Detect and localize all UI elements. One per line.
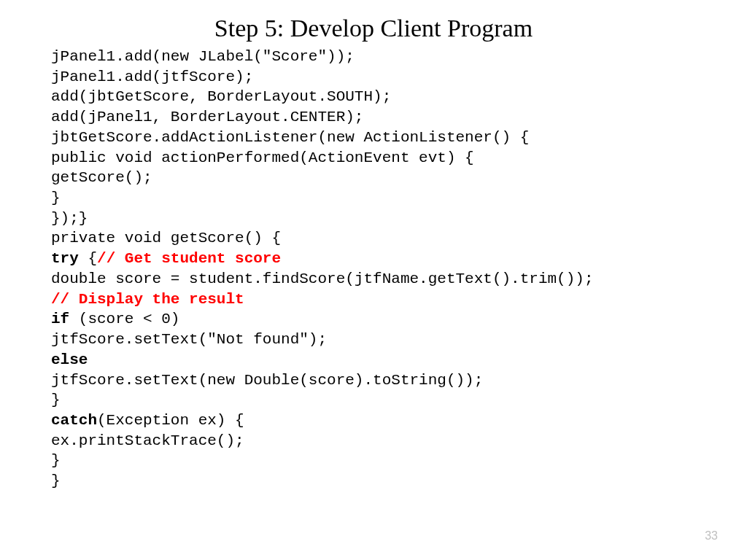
code-line: public void actionPerformed(ActionEvent … (51, 149, 474, 166)
keyword-else: else (51, 351, 88, 368)
code-text: { (88, 250, 97, 267)
code-line: getScore(); (51, 169, 152, 186)
code-line: } (51, 392, 61, 408)
code-block: jPanel1.add(new JLabel("Score")); jPanel… (51, 47, 696, 491)
code-line: jPanel1.add(jtfScore); (51, 69, 253, 85)
comment: // Display the result (51, 291, 244, 308)
code-line: private void getScore() { (51, 230, 281, 246)
code-line: add(jbtGetScore, BorderLayout.SOUTH); (51, 88, 391, 105)
slide-container: Step 5: Develop Client Program jPanel1.a… (0, 0, 747, 506)
comment: // Get student score (97, 250, 281, 267)
code-line: jPanel1.add(new JLabel("Score")); (51, 48, 355, 65)
code-line: add(jPanel1, BorderLayout.CENTER); (51, 109, 363, 125)
code-line: });} (51, 210, 88, 227)
slide-title: Step 5: Develop Client Program (51, 15, 696, 42)
code-line: jbtGetScore.addActionListener(new Action… (51, 129, 529, 146)
code-line: double score = student.findScore(jtfName… (51, 271, 594, 287)
page-number: 33 (705, 529, 718, 542)
code-line: jtfScore.setText("Not found"); (51, 331, 327, 348)
keyword-if: if (51, 311, 79, 327)
keyword-catch: catch (51, 412, 97, 429)
code-text: (Exception ex) { (97, 412, 244, 429)
code-line: } (51, 190, 61, 206)
code-line: jtfScore.setText(new Double(score).toStr… (51, 372, 483, 389)
code-line: } (51, 452, 61, 469)
code-text: (score < 0) (79, 311, 180, 327)
keyword-try: try (51, 250, 88, 267)
code-line: } (51, 472, 61, 489)
code-line: ex.printStackTrace(); (51, 432, 244, 449)
